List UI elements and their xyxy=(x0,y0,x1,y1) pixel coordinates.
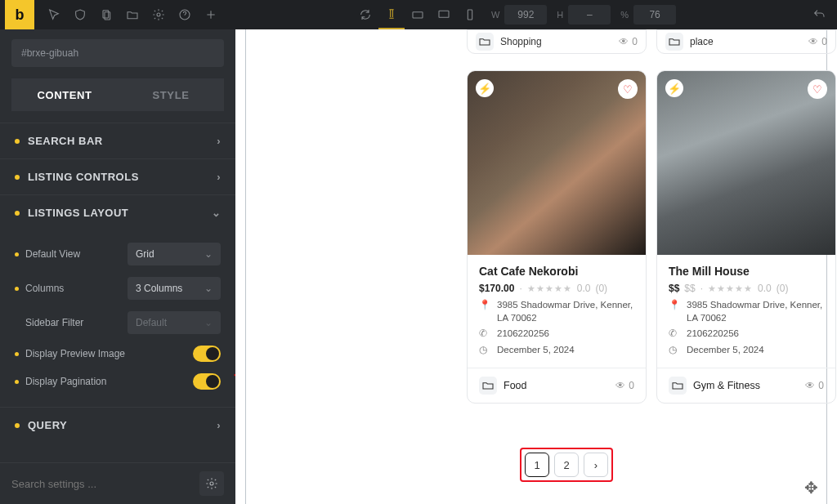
listing-price: $$ xyxy=(669,283,679,294)
folder-icon[interactable] xyxy=(119,0,145,29)
page-1-button[interactable]: 1 xyxy=(525,453,549,477)
folder-icon xyxy=(669,377,687,395)
rating-value: 0.0 xyxy=(577,283,591,294)
pagination-label: Display Pagination xyxy=(25,376,193,387)
chevron-right-icon: › xyxy=(217,171,221,183)
listing-category: Gym & Fitness xyxy=(693,380,760,391)
shield-icon[interactable] xyxy=(67,0,93,29)
page-next-button[interactable]: › xyxy=(584,453,608,477)
width-input[interactable] xyxy=(504,5,547,25)
listings-layout-body: Default View Grid⌄ Columns 3 Columns⌄ Si… xyxy=(0,230,235,407)
listing-category: Food xyxy=(504,380,527,391)
chevron-right-icon: › xyxy=(217,419,221,431)
bolt-icon: ⚡ xyxy=(476,79,494,97)
tab-content[interactable]: CONTENT xyxy=(11,78,118,111)
bolt-icon: ⚡ xyxy=(665,79,683,97)
favorite-button[interactable]: ♡ xyxy=(618,79,638,99)
listing-date: December 5, 2024 xyxy=(687,344,764,357)
rating-value: 0.0 xyxy=(758,283,772,294)
pin-icon: 📍 xyxy=(669,299,680,324)
svg-rect-4 xyxy=(413,12,423,18)
undo-icon[interactable] xyxy=(806,0,832,29)
percent-input[interactable] xyxy=(633,5,676,25)
phone-icon: ✆ xyxy=(479,328,490,341)
tab-style[interactable]: STYLE xyxy=(118,78,224,111)
search-settings-input[interactable] xyxy=(11,478,199,490)
chevron-down-icon: ⌄ xyxy=(212,207,222,219)
pagination-toggle[interactable] xyxy=(193,373,221,390)
desktop-icon[interactable] xyxy=(431,0,457,29)
breakpoint-icon[interactable] xyxy=(378,0,405,29)
listing-title: Cat Cafe Nekorobi xyxy=(479,265,634,278)
columns-select[interactable]: 3 Columns⌄ xyxy=(128,277,221,300)
folder-icon xyxy=(479,377,497,395)
move-handle-icon[interactable]: ✥ xyxy=(804,478,818,497)
help-icon[interactable] xyxy=(172,0,198,29)
listing-title: The Mill House xyxy=(669,265,824,278)
top-toolbar: b W H % xyxy=(0,0,837,29)
listing-image: ⚡ ♡ xyxy=(468,71,646,255)
svg-rect-0 xyxy=(103,11,109,18)
listing-card[interactable]: ⚡ ♡ The Mill House $$$$ · ★★★★★ 0.0 (0) … xyxy=(656,70,836,404)
default-view-select[interactable]: Grid⌄ xyxy=(128,243,221,265)
add-icon[interactable] xyxy=(198,0,224,29)
star-icons: ★★★★★ xyxy=(708,283,753,294)
eye-icon: 👁 xyxy=(805,380,815,391)
tablet-landscape-icon[interactable] xyxy=(405,0,431,29)
views-count: 0 xyxy=(818,380,824,391)
pagination: 1 2 › xyxy=(520,448,613,482)
category-strip[interactable]: place 👁0 xyxy=(656,29,836,54)
sidebar-filter-select[interactable]: Default⌄ xyxy=(128,311,221,334)
section-label: LISTINGS LAYOUT xyxy=(28,207,128,219)
logo-icon[interactable]: b xyxy=(5,0,34,29)
preview-image-label: Display Preview Image xyxy=(25,348,193,359)
folder-icon xyxy=(665,33,683,51)
category-label: place xyxy=(690,36,714,47)
cursor-icon[interactable] xyxy=(41,0,67,29)
width-label: W xyxy=(491,10,499,20)
search-gear-icon[interactable] xyxy=(199,471,224,496)
listing-phone: 2106220256 xyxy=(497,328,549,341)
section-label: QUERY xyxy=(28,419,67,431)
views-count: 0 xyxy=(821,36,827,47)
svg-rect-1 xyxy=(105,12,110,20)
svg-rect-5 xyxy=(439,11,449,17)
mobile-icon[interactable] xyxy=(457,0,483,29)
element-id[interactable]: #brxe-gibuah xyxy=(11,39,224,67)
sidebar-filter-label: Sidebar Filter xyxy=(25,317,128,328)
section-label: LISTING CONTROLS xyxy=(28,171,139,183)
settings-icon[interactable] xyxy=(145,0,172,29)
preview-canvas: Shopping 👁0 ⚡ ♡ Cat Cafe Nekorobi $170.0… xyxy=(235,29,837,504)
eye-icon: 👁 xyxy=(619,36,629,47)
listing-price: $170.00 xyxy=(479,283,514,294)
star-icons: ★★★★★ xyxy=(527,283,572,294)
section-query[interactable]: QUERY › xyxy=(0,407,235,443)
listing-card[interactable]: ⚡ ♡ Cat Cafe Nekorobi $170.00 · ★★★★★ 0.… xyxy=(467,70,647,404)
refresh-icon[interactable] xyxy=(352,0,378,29)
pin-icon: 📍 xyxy=(479,299,490,324)
views-count: 0 xyxy=(629,380,634,391)
percent-label: % xyxy=(620,10,629,20)
listing-address: 3985 Shadowmar Drive, Kenner, LA 70062 xyxy=(687,299,824,324)
rating-count: (0) xyxy=(777,283,789,294)
listing-address: 3985 Shadowmar Drive, Kenner, LA 70062 xyxy=(497,299,634,324)
svg-rect-6 xyxy=(468,10,472,20)
views-count: 0 xyxy=(632,36,638,47)
page-2-button[interactable]: 2 xyxy=(554,453,579,477)
folder-icon xyxy=(476,33,494,51)
pages-icon[interactable] xyxy=(93,0,119,29)
default-view-label: Default View xyxy=(25,248,128,260)
section-search-bar[interactable]: SEARCH BAR › xyxy=(0,123,235,158)
listing-date: December 5, 2024 xyxy=(497,344,575,357)
columns-label: Columns xyxy=(25,283,128,294)
svg-point-7 xyxy=(210,482,213,485)
preview-image-toggle[interactable] xyxy=(193,346,221,362)
svg-point-2 xyxy=(157,13,160,16)
category-strip[interactable]: Shopping 👁0 xyxy=(467,29,647,54)
height-input[interactable] xyxy=(568,5,611,25)
section-listings-layout[interactable]: LISTINGS LAYOUT ⌄ xyxy=(0,194,235,230)
favorite-button[interactable]: ♡ xyxy=(808,79,827,99)
category-label: Shopping xyxy=(500,36,542,47)
phone-icon: ✆ xyxy=(669,328,680,341)
section-listing-controls[interactable]: LISTING CONTROLS › xyxy=(0,158,235,194)
